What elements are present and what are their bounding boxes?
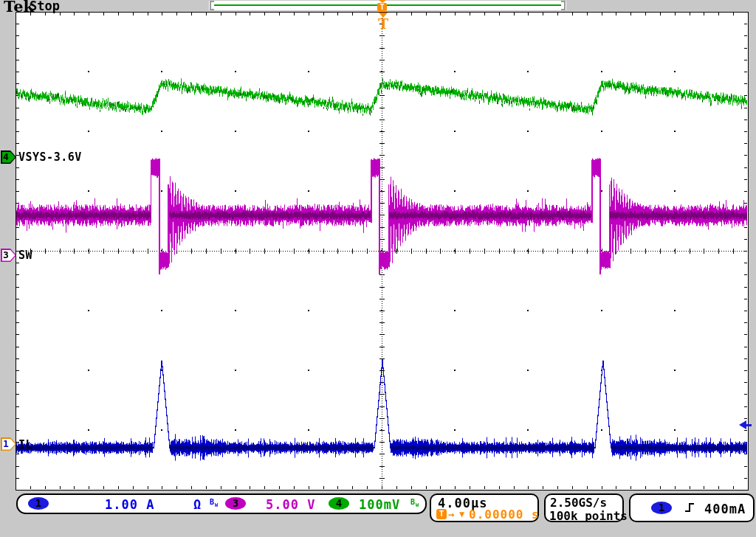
ch3-scale: 5.00 V <box>266 497 315 512</box>
horizontal-readout-box: 4.00µs T → ▼ 0.00000 s <box>430 493 539 522</box>
channel-3-marker: 3 <box>1 249 16 262</box>
ch1-badge: 1 <box>28 497 49 510</box>
ch4-bw-w: W <box>416 502 419 508</box>
ch4-badge: 4 <box>329 497 349 510</box>
trigger-arrow-icon: → <box>448 508 455 520</box>
channel-4-marker: 4 <box>1 150 16 164</box>
record-window-right-bracket-icon <box>561 1 566 10</box>
trigger-readout-box: 1 400mA <box>629 493 755 522</box>
channel-1-marker: 1 <box>1 437 16 451</box>
ch1-scale: 1.00 A <box>105 497 154 512</box>
trigger-level-readout: 400mA <box>704 502 746 516</box>
trigger-marker-icon: ▼ <box>459 509 465 519</box>
record-view-bar: T <box>209 1 566 10</box>
trigger-flag-t-icon: T <box>377 18 390 30</box>
rising-edge-icon <box>684 502 695 513</box>
ch3-badge: 3 <box>225 497 246 510</box>
record-trigger-position-marker: T <box>377 0 388 11</box>
channel-1-marker-number: 1 <box>3 438 9 449</box>
channel-readouts-box: 1 1.00 A Ω BW 3 5.00 V 4 100mV BW <box>16 493 427 514</box>
ch4-bandwidth-indicator: BW <box>410 498 419 508</box>
trigger-source-badge: 1 <box>651 502 672 514</box>
record-length: 100k points <box>549 509 628 523</box>
ch1-coupling: Ω <box>193 497 202 512</box>
acquisition-readout-box: 2.50GS/s 100k points <box>544 493 624 522</box>
record-waveform-line <box>214 4 561 6</box>
acquisition-status: Stop <box>30 0 60 13</box>
oscilloscope-screenshot: { "header": { "logo": "Tek", "status": "… <box>0 0 756 537</box>
trigger-level-arrow-head <box>739 420 746 429</box>
ch1-waveform-label: IL <box>18 438 32 451</box>
trigger-level-arrow-tail <box>746 424 752 426</box>
trigger-position-readout: 0.00000 s <box>469 507 540 522</box>
ch4-scale: 100mV <box>359 497 400 512</box>
waveform-display <box>0 0 756 537</box>
trigger-t-icon: T <box>377 3 387 11</box>
ch3-waveform-label: SW <box>18 249 32 262</box>
ch1-bw-b: B <box>210 498 215 506</box>
channel-3-marker-number: 3 <box>3 249 9 260</box>
trigger-t-badge-icon: T <box>436 509 447 519</box>
ch4-bw-b: B <box>410 498 416 506</box>
channel-4-marker-number: 4 <box>3 151 9 162</box>
sample-rate: 2.50GS/s <box>550 496 607 510</box>
ch1-bandwidth-indicator: BW <box>210 498 219 508</box>
ch1-bw-w: W <box>215 502 219 508</box>
trigger-position-flag: T <box>377 13 390 30</box>
trigger-level-arrow-icon <box>739 420 746 429</box>
ch4-waveform-label: VSYS-3.6V <box>18 150 82 164</box>
